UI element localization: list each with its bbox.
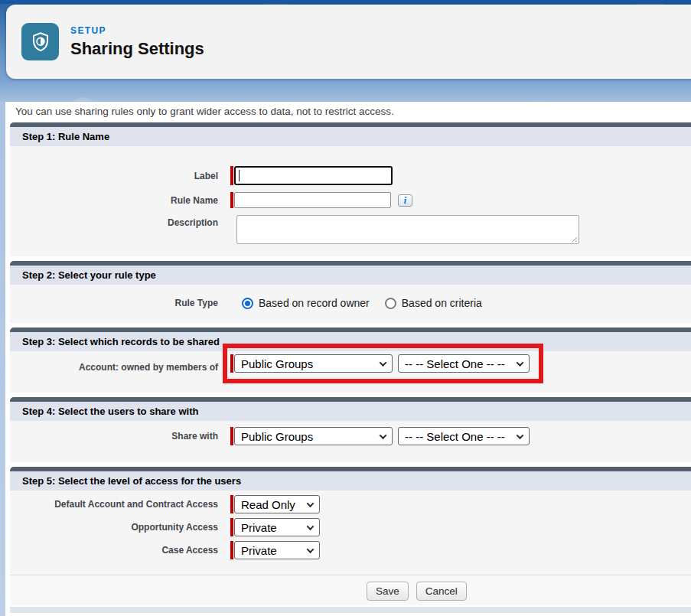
header-text: SETUP Sharing Settings [70,25,204,59]
radio-based-on-record-owner[interactable] [242,298,253,309]
sharing-settings-page: SETUP Sharing Settings You can use shari… [0,0,691,616]
label-input[interactable] [234,166,393,185]
step4-body: Share with Public Groups -- -- Select On… [10,421,691,462]
page-header-card: SETUP Sharing Settings [6,5,691,79]
step2-header: Step 2: Select your rule type [10,266,691,285]
opportunity-access-label: Opportunity Access [10,522,218,533]
step1-header: Step 1: Rule Name [10,127,691,146]
resize-grip-icon[interactable] [570,235,577,242]
share-with-group-select[interactable]: -- -- Select One -- -- [398,427,530,445]
step1-body: Label Rule Name i Description [10,146,691,256]
panel-step2-rule-type: Step 2: Select your rule type Rule Type … [10,261,691,323]
share-with-group-value: -- -- Select One -- -- [405,430,505,443]
required-indicator [230,495,233,513]
rule-type-row: Rule Type Based on record owner Based on… [10,297,691,309]
setup-content: You can use sharing rules only to grant … [0,102,691,616]
save-button[interactable]: Save [367,582,409,601]
cancel-button[interactable]: Cancel [416,582,467,601]
default-account-access-label: Default Account and Contract Access [10,499,218,510]
case-access-label: Case Access [10,545,218,556]
setup-hero-banner: SETUP Sharing Settings [0,4,691,102]
text-caret [239,170,240,181]
rule-type-radio-group: Based on record owner Based on criteria [242,297,492,309]
case-access-select[interactable]: Private [234,541,320,559]
security-shield-icon [21,23,59,60]
owned-by-type-select[interactable]: Public Groups [234,354,393,373]
step5-header: Step 5: Select the level of access for t… [10,471,691,491]
step3-body: Account: owned by members of Public Grou… [10,351,691,393]
required-indicator [230,518,233,536]
required-indicator [230,192,233,208]
opportunity-access-row: Opportunity Access Private [10,518,691,536]
info-icon[interactable]: i [398,194,412,207]
chevron-down-icon [380,359,387,367]
chevron-down-icon [307,523,315,530]
chevron-down-icon [307,500,315,507]
step5-body: Default Account and Contract Access Read… [10,491,691,605]
description-textarea[interactable] [236,215,579,244]
default-account-access-value: Read Only [241,498,295,511]
required-indicator [230,541,233,559]
form-button-bar: Save Cancel [10,575,691,605]
setup-eyebrow: SETUP [70,25,204,36]
records-label: Account: owned by members of [10,362,218,373]
owned-by-group-select[interactable]: -- -- Select One -- -- [398,354,530,373]
annotation-highlight-box: Public Groups -- -- Select One -- -- [223,344,543,383]
share-with-label: Share with [10,431,218,442]
rule-name-field-label: Rule Name [10,195,218,206]
step2-body: Rule Type Based on record owner Based on… [10,285,691,323]
opportunity-access-select[interactable]: Private [234,518,320,536]
page-title: Sharing Settings [70,39,204,59]
share-with-type-select[interactable]: Public Groups [234,427,393,445]
required-indicator [230,354,233,373]
required-indicator [230,427,233,445]
opportunity-access-value: Private [241,521,277,534]
owned-by-type-value: Public Groups [241,357,313,370]
rule-name-input[interactable] [234,192,391,208]
required-indicator [230,166,233,185]
intro-text: You can use sharing rules only to grant … [0,102,691,122]
radio-based-on-criteria[interactable] [385,298,396,309]
radio-label-record-owner[interactable]: Based on record owner [259,297,370,309]
case-access-row: Case Access Private [10,541,691,559]
chevron-down-icon [380,432,387,439]
step4-header: Step 4: Select the users to share with [10,402,691,421]
default-account-access-select[interactable]: Read Only [234,495,320,513]
chevron-down-icon [517,432,524,439]
case-access-value: Private [241,544,277,557]
next-section-peek [10,607,691,613]
share-with-type-value: Public Groups [241,430,313,443]
share-with-row: Share with Public Groups -- -- Select On… [10,427,691,445]
panel-step1-rule-name: Step 1: Rule Name Label Rule Name i Desc [10,122,691,256]
description-field-label: Description [10,215,218,228]
radio-label-criteria[interactable]: Based on criteria [402,297,482,309]
panel-step3-records-shared: Step 3: Select which records to be share… [10,328,691,393]
chevron-down-icon [307,546,315,553]
panel-step5-access-level: Step 5: Select the level of access for t… [10,467,691,605]
rule-name-row: Rule Name i [10,192,691,208]
default-account-access-row: Default Account and Contract Access Read… [10,495,691,513]
label-field-label: Label [10,171,218,181]
rule-type-label: Rule Type [10,298,218,308]
label-row: Label [10,166,691,185]
chevron-down-icon [517,359,524,367]
panel-step4-share-with: Step 4: Select the users to share with S… [10,397,691,462]
left-background-strip [0,102,5,616]
description-row: Description [10,215,691,244]
owned-by-group-value: -- -- Select One -- -- [405,357,505,370]
records-row: Account: owned by members of Public Grou… [10,351,691,383]
